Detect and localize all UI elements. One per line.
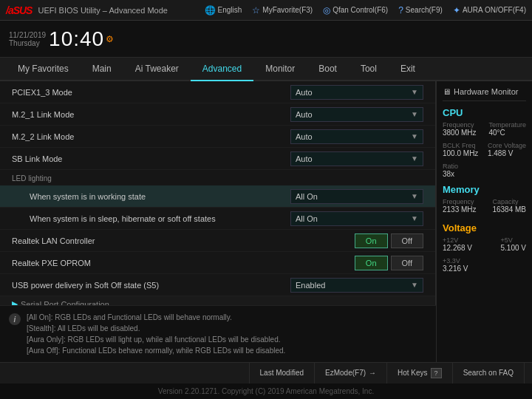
usb-power-dropdown[interactable]: Enabled ▼ xyxy=(290,278,423,293)
time-display: 10:40 xyxy=(49,27,104,51)
realtek-pxe-row[interactable]: Realtek PXE OPROM On Off xyxy=(0,252,435,274)
time-settings-icon[interactable]: ⚙ xyxy=(106,34,114,44)
realtek-lan-off-button[interactable]: Off xyxy=(391,233,423,248)
memory-section-title: Memory xyxy=(443,184,526,195)
nav-tool[interactable]: Tool xyxy=(349,58,389,81)
m2-1-label: M.2_1 Link Mode xyxy=(12,110,290,119)
dropdown-arrow: ▼ xyxy=(411,281,418,289)
m2-1-dropdown[interactable]: Auto ▼ xyxy=(290,107,423,122)
aura-button[interactable]: ✦ AURA ON/OFF(F4) xyxy=(453,5,526,16)
led-working-label: When system is in working state xyxy=(30,192,290,201)
search-button[interactable]: ? Search(F9) xyxy=(398,5,443,16)
main-area: PCIEX1_3 Mode Auto ▼ M.2_1 Link Mode Aut… xyxy=(0,81,532,362)
realtek-lan-label: Realtek LAN Controller xyxy=(12,236,355,245)
last-modified-label: Last Modified xyxy=(260,369,304,377)
myfavorite-button[interactable]: ☆ MyFavorite(F3) xyxy=(252,5,313,16)
search-icon: ? xyxy=(398,5,403,16)
fan-icon: ◎ xyxy=(323,5,330,16)
dropdown-arrow: ▼ xyxy=(411,88,418,96)
voltage-section-title: Voltage xyxy=(443,222,526,233)
v12-row: +12V 12.268 V +5V 5.100 V xyxy=(443,236,526,255)
dropdown-arrow: ▼ xyxy=(411,132,418,140)
pciex1-row[interactable]: PCIEX1_3 Mode Auto ▼ xyxy=(0,81,435,103)
realtek-lan-on-button[interactable]: On xyxy=(355,233,388,248)
hotkeys-key-badge: ? xyxy=(431,368,442,378)
m2-2-dropdown[interactable]: Auto ▼ xyxy=(290,129,423,144)
hw-monitor-panel: 🖥 Hardware Monitor CPU Frequency 3800 MH… xyxy=(436,81,532,362)
serial-port-header[interactable]: ▶ Serial Port Configuration xyxy=(0,296,435,305)
ezmode-arrow-icon: → xyxy=(369,369,376,377)
nav-advanced[interactable]: Advanced xyxy=(191,58,253,81)
ezmode-button[interactable]: EzMode(F7) → xyxy=(315,363,387,383)
language-selector[interactable]: 🌐 English xyxy=(205,5,242,16)
realtek-lan-row[interactable]: Realtek LAN Controller On Off xyxy=(0,230,435,252)
aura-icon: ✦ xyxy=(453,5,460,16)
version-text: Version 2.20.1271. Copyright (C) 2019 Am… xyxy=(158,387,374,395)
nav-boot[interactable]: Boot xyxy=(307,58,349,81)
search-label: Search(F9) xyxy=(406,6,443,14)
nav-aitweaker[interactable]: Ai Tweaker xyxy=(123,58,191,81)
m2-2-row[interactable]: M.2_2 Link Mode Auto ▼ xyxy=(0,126,435,148)
qfan-label: Qfan Control(F6) xyxy=(332,6,388,14)
realtek-pxe-on-button[interactable]: On xyxy=(355,256,388,270)
last-modified-button[interactable]: Last Modified xyxy=(249,363,315,383)
led-section-label: LED lighting xyxy=(0,170,435,185)
bios-title: UEFI BIOS Utility – Advanced Mode xyxy=(38,6,167,15)
m2-1-row[interactable]: M.2_1 Link Mode Auto ▼ xyxy=(0,103,435,126)
hotkeys-label: Hot Keys xyxy=(398,369,428,377)
usb-power-row[interactable]: USB power delivery in Soft Off state (S5… xyxy=(0,274,435,296)
mem-row: Frequency 2133 MHz Capacity 16384 MB xyxy=(443,198,526,216)
realtek-pxe-toggle: On Off xyxy=(355,256,423,270)
globe-icon: 🌐 xyxy=(205,5,216,16)
realtek-pxe-off-button[interactable]: Off xyxy=(391,256,423,270)
nav-bar: My Favorites Main Ai Tweaker Advanced Mo… xyxy=(0,58,532,81)
expand-icon: ▶ xyxy=(12,299,18,305)
hotkeys-button[interactable]: Hot Keys ? xyxy=(387,363,453,383)
settings-list: PCIEX1_3 Mode Auto ▼ M.2_1 Link Mode Aut… xyxy=(0,81,436,305)
led-working-row[interactable]: When system is in working state All On ▼ xyxy=(0,185,435,208)
pciex1-label: PCIEX1_3 Mode xyxy=(12,88,290,97)
usb-power-label: USB power delivery in Soft Off state (S5… xyxy=(12,281,290,290)
topbar: /aSUS UEFI BIOS Utility – Advanced Mode … xyxy=(0,0,532,21)
led-sleep-row[interactable]: When system is in sleep, hibernate or so… xyxy=(0,208,435,230)
dropdown-arrow: ▼ xyxy=(411,110,418,118)
star-icon: ☆ xyxy=(252,5,260,16)
search-faq-label: Search on FAQ xyxy=(463,369,514,377)
sb-link-row[interactable]: SB Link Mode Auto ▼ xyxy=(0,148,435,170)
info-box: i [All On]: RGB LEDs and Functional LEDs… xyxy=(0,305,436,362)
info-icon: i xyxy=(9,313,21,325)
nav-exit[interactable]: Exit xyxy=(389,58,427,81)
dropdown-arrow: ▼ xyxy=(411,192,418,200)
cpu-freq-row: Frequency 3800 MHz Temperature 40°C xyxy=(443,121,526,140)
datetime-bar: 11/21/2019Thursday 10:40 ⚙ xyxy=(0,21,532,58)
search-faq-button[interactable]: Search on FAQ xyxy=(453,363,525,383)
bottom-bar: Last Modified EzMode(F7) → Hot Keys ? Se… xyxy=(0,362,532,383)
aura-label: AURA ON/OFF(F4) xyxy=(463,6,526,14)
sb-link-label: SB Link Mode xyxy=(12,154,290,163)
dropdown-arrow: ▼ xyxy=(411,214,418,222)
dropdown-arrow: ▼ xyxy=(411,154,418,163)
sb-link-dropdown[interactable]: Auto ▼ xyxy=(290,151,423,166)
pciex1-dropdown[interactable]: Auto ▼ xyxy=(290,85,423,100)
cpu-ratio-row: Ratio 38x xyxy=(443,163,526,178)
monitor-icon: 🖥 xyxy=(443,87,451,96)
nav-main[interactable]: Main xyxy=(81,58,123,81)
nav-monitor[interactable]: Monitor xyxy=(253,58,307,81)
date-display: 11/21/2019Thursday xyxy=(9,31,46,47)
led-working-dropdown[interactable]: All On ▼ xyxy=(290,189,423,204)
ezmode-label: EzMode(F7) xyxy=(325,369,366,377)
language-label: English xyxy=(218,6,242,14)
nav-myfavorites[interactable]: My Favorites xyxy=(6,58,81,81)
hw-monitor-title: 🖥 Hardware Monitor xyxy=(443,87,526,101)
qfan-button[interactable]: ◎ Qfan Control(F6) xyxy=(323,5,388,16)
realtek-lan-toggle: On Off xyxy=(355,233,423,248)
m2-2-label: M.2_2 Link Mode xyxy=(12,132,290,141)
cpu-bclk-row: BCLK Freq 100.0 MHz Core Voltage 1.488 V xyxy=(443,142,526,160)
status-bar: Version 2.20.1271. Copyright (C) 2019 Am… xyxy=(0,383,532,399)
myfavorite-label: MyFavorite(F3) xyxy=(262,6,313,14)
cpu-section-title: CPU xyxy=(443,107,526,118)
led-sleep-label: When system is in sleep, hibernate or so… xyxy=(30,214,290,223)
info-text: [All On]: RGB LEDs and Functional LEDs w… xyxy=(27,312,285,356)
led-sleep-dropdown[interactable]: All On ▼ xyxy=(290,211,423,226)
v33-row: +3.3V 3.216 V xyxy=(443,257,526,273)
